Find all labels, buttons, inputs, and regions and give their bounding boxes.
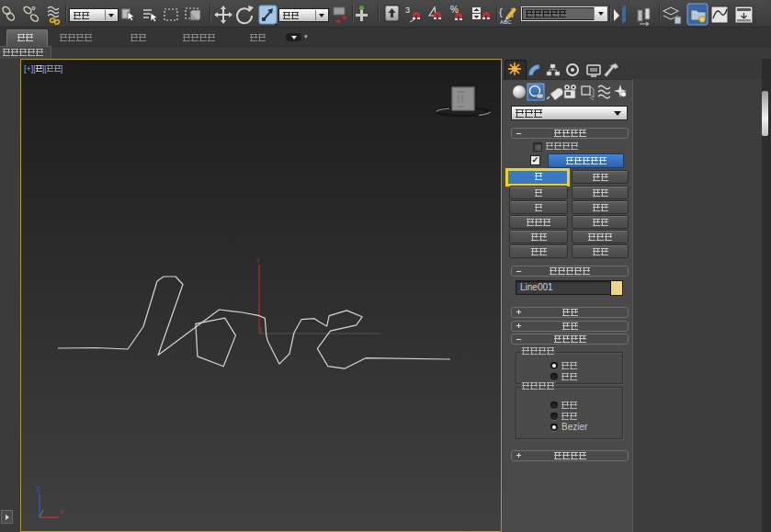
svg-text:Y: Y	[255, 256, 261, 265]
svg-text:3: 3	[405, 6, 410, 15]
svg-text:Z: Z	[36, 485, 40, 493]
svg-text:X: X	[59, 508, 64, 516]
svg-text:{: {	[499, 6, 503, 17]
svg-text:ABC: ABC	[500, 19, 512, 25]
